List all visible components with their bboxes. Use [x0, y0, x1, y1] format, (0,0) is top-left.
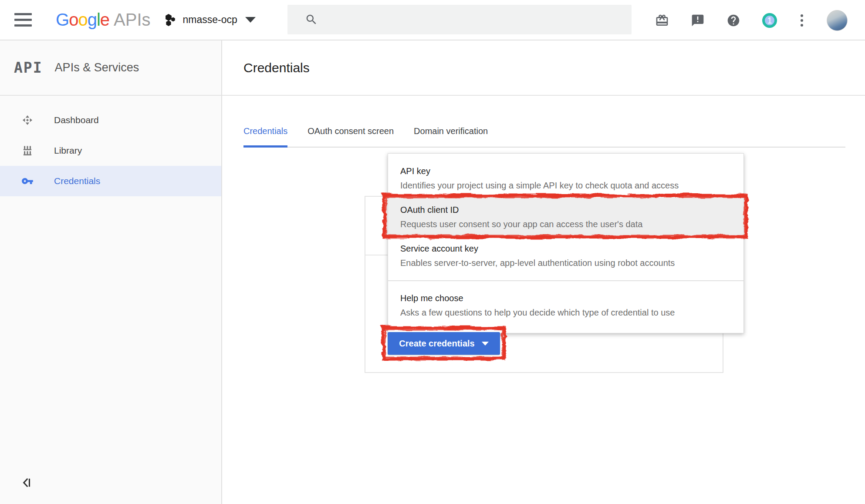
menu-item-title: OAuth client ID — [400, 204, 731, 216]
sidebar-title: APIs & Services — [55, 61, 139, 74]
logo-suffix: APIs — [114, 10, 150, 29]
dashboard-icon — [21, 114, 34, 126]
search-input[interactable] — [287, 5, 632, 34]
search-icon — [305, 13, 318, 26]
create-credentials-menu: API key Identifies your project using a … — [388, 153, 744, 333]
chevron-down-icon — [482, 342, 489, 346]
feedback-icon[interactable] — [691, 13, 705, 27]
menu-item-title: Service account key — [400, 243, 731, 255]
menu-item-title: API key — [400, 165, 731, 177]
menu-item-description: Identifies your project using a simple A… — [400, 180, 731, 191]
api-logo: API — [14, 59, 43, 76]
top-app-bar: GoogleAPIs nmasse-ocp 1 — [0, 0, 865, 40]
menu-item-description: Asks a few questions to help you decide … — [400, 307, 731, 318]
sidebar: API APIs & Services Dashboard Library — [0, 40, 222, 504]
tab-oauth-consent-screen[interactable]: OAuth consent screen — [307, 126, 394, 147]
hamburger-menu-icon[interactable] — [14, 13, 32, 27]
sidebar-nav: Dashboard Library Credentials — [0, 96, 221, 196]
menu-item-title: Help me choose — [400, 292, 731, 304]
project-selector[interactable]: nmasse-ocp — [164, 13, 256, 27]
topbar-actions: 1 — [655, 0, 848, 40]
menu-item-service-account-key[interactable]: Service account key Enables server-to-se… — [388, 236, 743, 275]
logo-letter: o — [69, 10, 78, 29]
tab-credentials[interactable]: Credentials — [243, 126, 287, 147]
logo-letter: l — [97, 10, 100, 29]
key-icon — [21, 175, 34, 187]
logo-letter: o — [78, 10, 87, 29]
google-apis-logo: GoogleAPIs — [56, 10, 151, 30]
menu-item-api-key[interactable]: API key Identifies your project using a … — [388, 159, 743, 198]
avatar[interactable] — [827, 10, 848, 31]
logo-letter: g — [88, 10, 97, 29]
notification-count: 1 — [767, 16, 772, 25]
tab-domain-verification[interactable]: Domain verification — [414, 126, 488, 147]
logo-letter: e — [100, 10, 109, 29]
sidebar-item-credentials[interactable]: Credentials — [0, 166, 221, 196]
project-hexagons-icon — [164, 13, 177, 27]
main-header: Credentials — [222, 40, 865, 96]
menu-item-oauth-client-id[interactable]: OAuth client ID Requests user consent so… — [388, 198, 743, 236]
menu-item-description: Enables server-to-server, app-level auth… — [400, 257, 731, 269]
project-name: nmasse-ocp — [183, 14, 237, 26]
gift-icon[interactable] — [655, 13, 669, 27]
sidebar-item-dashboard[interactable]: Dashboard — [0, 105, 221, 135]
menu-item-help-me-choose[interactable]: Help me choose Asks a few questions to h… — [388, 281, 743, 327]
sidebar-item-label: Library — [54, 145, 82, 156]
chevron-down-icon — [245, 17, 256, 23]
sidebar-collapse-button[interactable] — [20, 476, 33, 491]
notification-badge[interactable]: 1 — [762, 13, 777, 28]
create-credentials-button[interactable]: Create credentials — [388, 332, 500, 355]
sidebar-item-library[interactable]: Library — [0, 135, 221, 166]
library-icon — [21, 144, 34, 157]
sidebar-item-label: Credentials — [54, 176, 100, 186]
help-icon[interactable] — [726, 13, 740, 27]
menu-item-description: Requests user consent so your app can ac… — [400, 218, 731, 230]
overflow-menu-icon[interactable] — [799, 13, 805, 28]
sidebar-header: API APIs & Services — [0, 40, 221, 96]
create-credentials-label: Create credentials — [399, 339, 474, 349]
page-title: Credentials — [243, 60, 310, 75]
logo-letter: G — [56, 10, 69, 29]
main-content: Credentials Credentials OAuth consent sc… — [222, 40, 865, 504]
tab-bar: Credentials OAuth consent screen Domain … — [243, 96, 845, 148]
app-shell: API APIs & Services Dashboard Library — [0, 40, 865, 504]
collapse-chevron-icon — [20, 476, 33, 489]
sidebar-item-label: Dashboard — [54, 115, 99, 125]
